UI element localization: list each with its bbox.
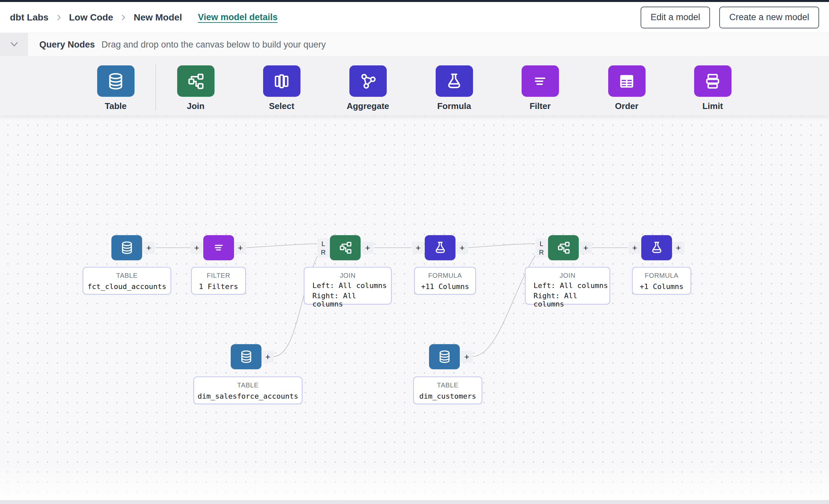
- flask-icon: [649, 240, 664, 255]
- table-grid-icon: [617, 71, 637, 91]
- palette-item-label: Limit: [702, 101, 723, 111]
- add-node-port[interactable]: +: [412, 242, 424, 254]
- database-icon: [119, 240, 135, 255]
- node-card-dim-customers[interactable]: TABLE dim_customers: [413, 377, 482, 404]
- palette-item-order[interactable]: Order: [600, 65, 653, 111]
- node-type-label: FORMULA: [415, 272, 475, 279]
- database-icon: [437, 349, 452, 364]
- stacked-layers-icon: [703, 71, 723, 91]
- add-node-port[interactable]: +: [580, 242, 592, 254]
- palette-item-aggregate[interactable]: Aggregate: [341, 65, 394, 111]
- view-model-details-link[interactable]: View model details: [198, 12, 278, 23]
- node-card-join-2[interactable]: JOIN Left: All columns Right: All column…: [525, 267, 610, 305]
- palette-item-label: Table: [105, 101, 127, 111]
- edge: [468, 244, 535, 248]
- add-node-port[interactable]: +: [362, 242, 373, 254]
- node-card-join-1[interactable]: JOIN Left: All columns Right: All column…: [304, 267, 392, 305]
- breadcrumb-item-low-code[interactable]: Low Code: [69, 12, 113, 23]
- join-port-right[interactable]: R: [539, 248, 544, 257]
- create-new-model-button[interactable]: Create a new model: [719, 7, 819, 28]
- node-type-label: FILTER: [192, 272, 245, 279]
- query-nodes-palette: Query Nodes Drag and drop onto the canva…: [0, 33, 829, 116]
- palette-item-limit[interactable]: Limit: [686, 65, 739, 111]
- palette-item-join[interactable]: Join: [169, 65, 222, 111]
- node-value: +11 Columns: [415, 282, 475, 290]
- canvas-node-formula-1[interactable]: [425, 235, 456, 260]
- add-node-port[interactable]: +: [262, 351, 274, 363]
- join-nodes-icon: [338, 240, 353, 255]
- canvas-node-join-1[interactable]: [330, 235, 361, 260]
- palette-divider: [155, 65, 156, 111]
- chevron-right-icon: [55, 13, 63, 22]
- node-type-label: TABLE: [194, 382, 302, 389]
- node-card-fct-cloud-accounts[interactable]: TABLE fct_cloud_accounts: [83, 267, 171, 295]
- palette-item-label: Select: [269, 101, 294, 111]
- breadcrumb-item-new-model[interactable]: New Model: [134, 12, 182, 23]
- palette-title: Query Nodes: [39, 40, 95, 50]
- palette-item-select[interactable]: Select: [255, 65, 308, 111]
- edge-lines: [0, 116, 829, 504]
- palette-item-label: Order: [615, 101, 639, 111]
- chevron-right-icon: [120, 13, 127, 22]
- palette-item-label: Aggregate: [347, 101, 389, 111]
- palette-item-formula[interactable]: Formula: [428, 65, 480, 111]
- header-actions: Edit a model Create a new model: [641, 7, 819, 28]
- node-type-label: TABLE: [83, 272, 171, 279]
- flask-icon: [444, 71, 464, 91]
- canvas-node-join-2[interactable]: [548, 235, 579, 260]
- node-card-dim-salesforce-accounts[interactable]: TABLE dim_salesforce_accounts: [193, 377, 302, 404]
- canvas-node-table-fct-cloud-accounts[interactable]: [111, 235, 142, 260]
- edit-model-button[interactable]: Edit a model: [641, 7, 710, 28]
- filter-lines-icon: [530, 71, 550, 91]
- add-node-port[interactable]: +: [143, 242, 155, 254]
- palette-items-row: Table Join Select Aggregate Formula Filt…: [0, 56, 829, 116]
- join-input-ports: L R: [536, 238, 547, 258]
- join-port-left[interactable]: L: [539, 239, 543, 248]
- join-nodes-icon: [556, 240, 571, 255]
- node-card-filter[interactable]: FILTER 1 Filters: [191, 267, 246, 295]
- palette-item-label: Formula: [437, 101, 471, 111]
- node-type-label: JOIN: [526, 272, 610, 279]
- canvas-node-table-dim-salesforce-accounts[interactable]: [231, 344, 261, 369]
- node-value: dim_customers: [414, 392, 481, 400]
- breadcrumb-item-dbt-labs[interactable]: dbt Labs: [10, 12, 48, 23]
- node-value-left: Left: All columns: [526, 281, 610, 289]
- canvas-bottom-strip: [0, 500, 829, 504]
- node-card-formula-1[interactable]: FORMULA +11 Columns: [414, 267, 476, 295]
- node-type-label: FORMULA: [633, 272, 690, 279]
- database-icon: [106, 71, 125, 91]
- palette-item-label: Join: [187, 101, 204, 111]
- palette-item-table[interactable]: Table: [89, 65, 142, 111]
- query-canvas[interactable]: + + + + + + + + + + + L R L R TABLE fct_…: [0, 116, 829, 504]
- join-input-ports: L R: [317, 238, 329, 258]
- node-value: dim_salesforce_accounts: [194, 392, 302, 400]
- canvas-node-formula-2[interactable]: [641, 235, 672, 260]
- canvas-node-table-dim-customers[interactable]: [429, 344, 460, 369]
- palette-header-bar: Query Nodes Drag and drop onto the canva…: [0, 33, 829, 56]
- flask-icon: [433, 240, 448, 255]
- node-value-right: Right: All columns: [304, 292, 391, 308]
- node-card-formula-2[interactable]: FORMULA +1 Columns: [632, 267, 691, 295]
- join-port-right[interactable]: R: [321, 248, 326, 257]
- join-port-left[interactable]: L: [321, 239, 325, 248]
- collapse-palette-button[interactable]: [0, 33, 28, 56]
- chevron-down-icon: [9, 41, 20, 48]
- database-icon: [239, 349, 254, 364]
- palette-item-label: Filter: [530, 101, 551, 111]
- add-node-port[interactable]: +: [456, 242, 468, 254]
- node-type-label: TABLE: [414, 382, 481, 389]
- add-node-port[interactable]: +: [629, 242, 641, 254]
- breadcrumb: dbt Labs Low Code New Model: [10, 12, 182, 23]
- add-node-port[interactable]: +: [235, 242, 246, 254]
- node-value: +1 Columns: [633, 282, 690, 290]
- canvas-node-filter[interactable]: [203, 235, 234, 260]
- window-top-strip: [0, 0, 829, 2]
- add-node-port[interactable]: +: [461, 351, 473, 363]
- share-nodes-icon: [358, 71, 378, 91]
- node-value-left: Left: All columns: [304, 281, 391, 289]
- add-node-port[interactable]: +: [672, 242, 684, 254]
- palette-item-filter[interactable]: Filter: [514, 65, 567, 111]
- node-value: fct_cloud_accounts: [83, 282, 171, 290]
- join-nodes-icon: [186, 71, 206, 91]
- add-node-port[interactable]: +: [191, 242, 203, 254]
